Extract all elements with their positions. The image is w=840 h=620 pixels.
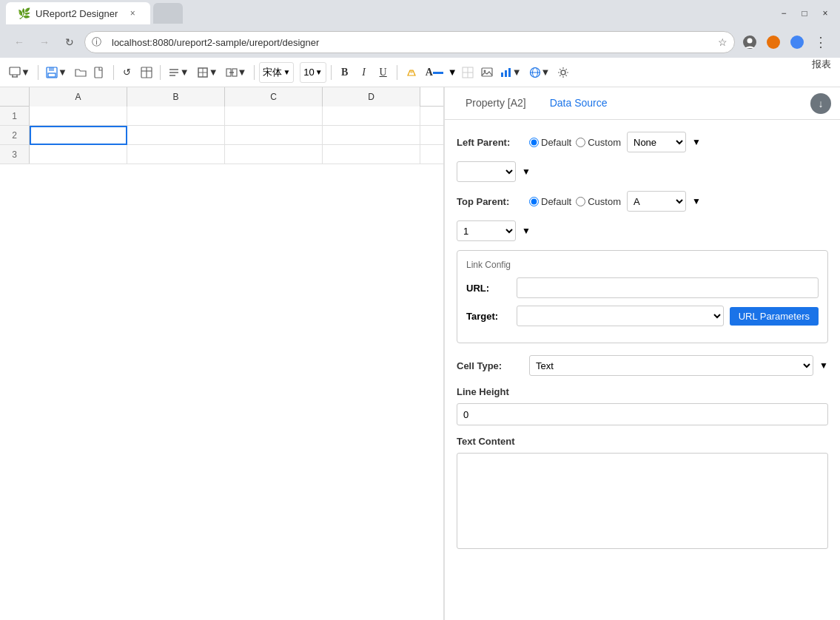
cell-A2[interactable] (30, 126, 127, 145)
line-height-input[interactable] (457, 403, 828, 425)
svg-rect-31 (505, 70, 507, 77)
cell-C1[interactable] (225, 107, 323, 126)
align-button[interactable]: ▼ (165, 62, 192, 83)
cell-B3[interactable] (127, 145, 225, 164)
text-content-input[interactable] (457, 453, 828, 549)
underline-button[interactable]: U (374, 62, 392, 83)
table-button[interactable] (138, 62, 155, 83)
cell-D1[interactable] (323, 107, 420, 126)
svg-point-2 (767, 36, 780, 49)
inactive-tab[interactable] (153, 3, 183, 24)
top-parent-row: Top Parent: Default Custom A B (457, 191, 828, 212)
left-parent-default-radio[interactable]: Default (529, 137, 571, 148)
cell-type-label: Cell Type: (457, 360, 523, 371)
row-3: 3 (0, 145, 443, 164)
text-content-section: Text Content (457, 436, 828, 551)
back-button[interactable]: ← (9, 32, 30, 53)
address-input[interactable] (84, 31, 735, 53)
left-parent-column-select[interactable]: None A B (627, 132, 686, 152)
tab-property[interactable]: Property [A2] (454, 90, 538, 118)
select-tool-button[interactable]: ▼ (6, 62, 33, 83)
cell-B2[interactable] (127, 126, 225, 145)
svg-point-1 (747, 38, 753, 44)
col-header-B[interactable]: B (127, 87, 225, 107)
target-select[interactable]: _blank _self _parent (517, 306, 724, 326)
ext-orange[interactable] (763, 32, 784, 53)
close-button[interactable]: × (816, 4, 834, 22)
tab-close-button[interactable]: × (127, 7, 138, 19)
font-size-dropdown[interactable]: 10 ▼ (300, 62, 326, 83)
tab-title: UReport2 Designer (36, 8, 118, 19)
lock-icon: ⓘ (92, 36, 101, 49)
account-icon[interactable] (739, 32, 760, 53)
col-header-A[interactable]: A (30, 87, 127, 107)
col-header-D[interactable]: D (323, 87, 420, 107)
top-parent-column-select[interactable]: A B C (627, 191, 686, 212)
cell-type-select[interactable]: Text Number Date Image (529, 355, 813, 376)
cell-A1[interactable] (30, 107, 127, 126)
open-button[interactable] (72, 62, 90, 83)
cell-merge-button[interactable]: ▼ (223, 62, 250, 83)
refresh-button[interactable]: ↻ (59, 32, 80, 53)
ext-blue[interactable] (787, 32, 807, 53)
top-parent-default-radio[interactable]: Default (529, 196, 571, 207)
font-family-value: 宋体 (263, 66, 282, 79)
cell-A3[interactable] (30, 145, 127, 164)
font-color-button[interactable]: A (423, 62, 446, 83)
bookmark-icon[interactable]: ☆ (718, 36, 728, 48)
toolbar-sep-3 (160, 65, 161, 80)
top-parent-label: Top Parent: (457, 196, 523, 207)
cell-D3[interactable] (323, 145, 420, 164)
restore-button[interactable]: □ (796, 4, 813, 22)
left-parent-row-select[interactable]: 1 2 (457, 161, 516, 182)
active-tab[interactable]: UReport2 Designer × (6, 2, 150, 24)
left-parent-sub-row: 1 2 ▼ (457, 161, 828, 182)
panel-body: Left Parent: Default Custom None (445, 120, 840, 620)
link-config-legend: Link Config (466, 260, 819, 270)
top-parent-row-select[interactable]: 1 2 3 (457, 220, 516, 241)
text-type-button[interactable] (459, 62, 477, 83)
tab-datasource[interactable]: Data Source (538, 90, 619, 118)
toolbar-sep-4 (254, 65, 255, 80)
image-button[interactable] (478, 62, 496, 83)
top-parent-sub-row: 1 2 3 ▼ (457, 220, 828, 241)
top-parent-custom-radio[interactable]: Custom (576, 196, 621, 207)
left-parent-row: Left Parent: Default Custom None (457, 132, 828, 152)
forward-button[interactable]: → (34, 32, 55, 53)
row-num-1: 1 (0, 107, 30, 125)
extension-icons: ⋮ (739, 32, 831, 53)
globe-button[interactable]: ▼ (526, 62, 554, 83)
cell-C2[interactable] (225, 126, 323, 145)
highlight-button[interactable] (402, 62, 421, 83)
border-button[interactable]: ▼ (194, 62, 221, 83)
save-button[interactable]: ▼ (43, 62, 70, 83)
cell-B1[interactable] (127, 107, 225, 126)
url-input[interactable] (517, 277, 819, 298)
italic-button[interactable]: I (355, 62, 373, 83)
toolbar-sep-1 (38, 65, 38, 80)
svg-rect-30 (501, 73, 503, 77)
col-header-C[interactable]: C (225, 87, 323, 107)
font-family-arrow: ▼ (283, 68, 290, 76)
url-parameters-button[interactable]: URL Parameters (730, 307, 819, 326)
download-button[interactable]: ↓ (810, 93, 831, 114)
tab-favicon (18, 7, 30, 19)
cell-C3[interactable] (225, 145, 323, 164)
bold-button[interactable]: B (336, 62, 354, 83)
font-family-dropdown[interactable]: 宋体 ▼ (259, 62, 294, 83)
chrome-menu-button[interactable]: ⋮ (810, 32, 831, 53)
undo-button[interactable]: ↺ (118, 62, 136, 83)
chart-button[interactable]: ▼ (497, 62, 525, 83)
export-button[interactable] (91, 62, 109, 83)
address-wrap: ⓘ ☆ (84, 31, 735, 53)
row-num-2: 2 (0, 126, 30, 144)
svg-rect-28 (482, 68, 492, 76)
settings-button[interactable] (554, 62, 572, 83)
column-headers: A B C D (0, 87, 443, 107)
left-parent-custom-radio[interactable]: Custom (576, 137, 621, 148)
main-content: A B C D 1 2 3 (0, 87, 840, 620)
minimize-button[interactable]: − (775, 4, 793, 22)
target-label: Target: (466, 311, 511, 322)
cell-D2[interactable] (323, 126, 420, 145)
svg-point-29 (483, 70, 485, 72)
